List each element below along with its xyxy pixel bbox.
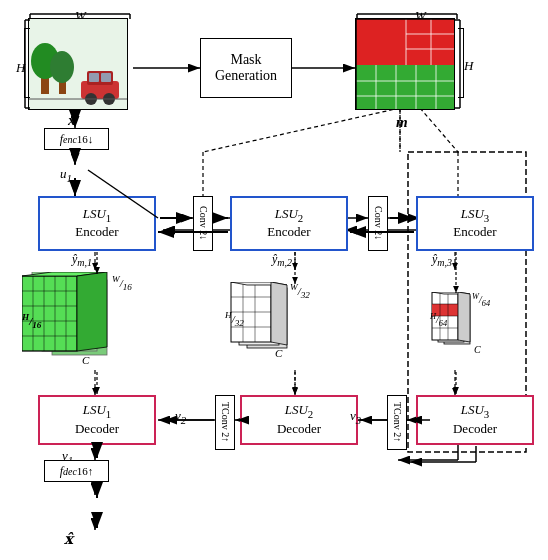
svg-rect-47 [356, 19, 406, 65]
mask-generation-box: Mask Generation [200, 38, 292, 98]
lsu3-dec-content: LSU3 Decoder [453, 402, 497, 438]
x-hat-label: x̂ [64, 530, 73, 548]
lsu1-enc-content: LSU1 Encoder [75, 206, 118, 242]
mask-generation-label: Mask Generation [201, 52, 291, 84]
lsu2-dec-content: LSU2 Decoder [277, 402, 321, 438]
lsu1-dec-content: LSU1 Decoder [75, 402, 119, 438]
conv2-1-label: Conv 2↓ [198, 206, 209, 240]
conv2-down-2: Conv 2↓ [368, 196, 388, 251]
svg-rect-48 [406, 19, 455, 65]
h-label-right: H [464, 58, 473, 74]
lsu2-enc-label: Encoder [267, 224, 310, 241]
stack1: H/16 C W/16 [22, 272, 152, 372]
tconv2-2-label: TConv 2↑ [392, 402, 403, 442]
lsu3-enc-label: Encoder [453, 224, 496, 241]
tconv2-up-2: TConv 2↑ [387, 395, 407, 450]
lsu1-enc-box: LSU1 Encoder [38, 196, 156, 251]
stack3: H/64 C W/64 [430, 292, 510, 372]
h-bracket-left [24, 28, 30, 98]
tconv2-up-1: TConv 2↑ [215, 395, 235, 450]
conv2-down-1: Conv 2↓ [193, 196, 213, 251]
lsu3-enc-content: LSU3 Encoder [453, 206, 496, 242]
svg-marker-75 [77, 272, 107, 351]
lsu2-enc-box: LSU2 Encoder [230, 196, 348, 251]
svg-rect-42 [89, 73, 99, 82]
svg-rect-49 [356, 65, 455, 110]
tconv2-1-label: TConv 2↑ [220, 402, 231, 442]
f-dec-sub: dec [63, 466, 77, 477]
lsu2-dec-label: Decoder [277, 421, 321, 438]
scene-box [28, 18, 128, 110]
svg-marker-96 [458, 292, 470, 342]
x-label: x [68, 112, 76, 129]
mask-box [355, 18, 455, 110]
m-label: m [396, 114, 408, 131]
svg-line-30 [203, 108, 400, 152]
v3-label: v3 [350, 408, 361, 426]
ym1-label: ŷm,1 [72, 252, 92, 268]
lsu2-enc-content: LSU2 Encoder [267, 206, 310, 242]
f-enc-down: 16↓ [77, 133, 94, 145]
svg-line-28 [420, 108, 458, 152]
u1-label: u1 [60, 166, 72, 184]
svg-point-39 [50, 51, 74, 83]
lsu3-dec-box: LSU3 Decoder [416, 395, 534, 445]
ym3-label: ŷm,3 [432, 252, 452, 268]
lsu1-dec-box: LSU1 Decoder [38, 395, 156, 445]
svg-marker-85 [271, 282, 287, 345]
conv2-2-label: Conv 2↓ [373, 206, 384, 240]
lsu3-enc-box: LSU3 Encoder [416, 196, 534, 251]
stack2: H/32 C W/32 [225, 282, 325, 372]
f-enc-sub: enc [63, 134, 77, 145]
lsu3-dec-label: Decoder [453, 421, 497, 438]
svg-rect-43 [101, 73, 111, 82]
v2-label: v2 [175, 408, 186, 426]
lsu2-dec-box: LSU2 Decoder [240, 395, 358, 445]
lsu1-dec-label: Decoder [75, 421, 119, 438]
f-enc-box: fenc 16↓ [44, 128, 109, 150]
ym2-label: ŷm,2 [272, 252, 292, 268]
lsu1-enc-label: Encoder [75, 224, 118, 241]
f-dec-box: fdec 16↑ [44, 460, 109, 482]
f-dec-up: 16↑ [77, 465, 94, 477]
diagram: W H x [0, 0, 548, 560]
